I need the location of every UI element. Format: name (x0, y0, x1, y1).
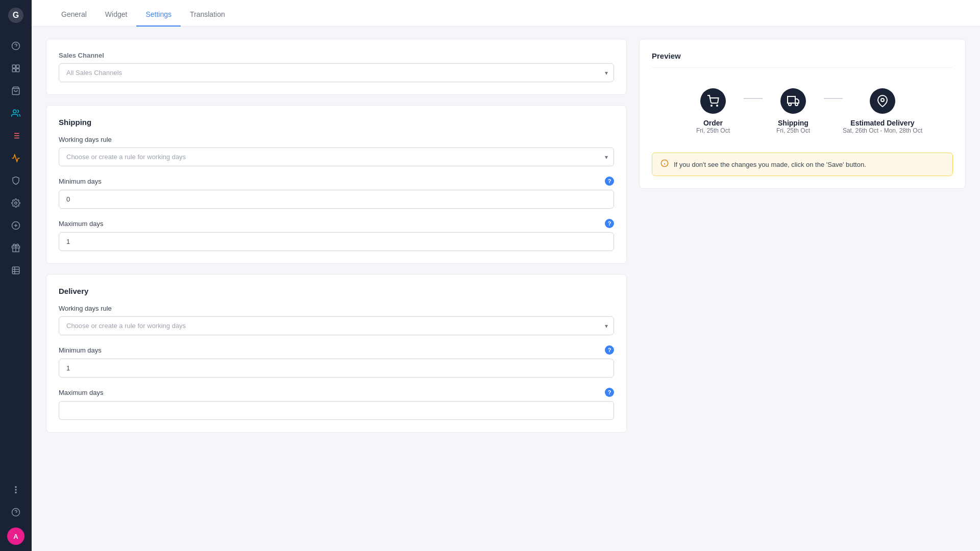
sidebar-shield-icon[interactable] (6, 171, 26, 190)
sidebar-help-icon[interactable] (6, 503, 26, 522)
tab-translation[interactable]: Translation (181, 3, 234, 27)
sidebar-list-icon[interactable] (6, 126, 26, 145)
svg-rect-22 (12, 267, 19, 274)
svg-point-37 (881, 98, 884, 102)
app-logo[interactable]: G (7, 6, 25, 24)
shipping-date: Fri, 25th Oct (776, 127, 810, 134)
main-content: General Widget Settings Translation Sale… (32, 0, 980, 551)
order-label: Order (703, 119, 723, 127)
estimated-delivery-label: Estimated Delivery (850, 119, 914, 127)
svg-rect-6 (12, 69, 15, 72)
shipping-min-days-label: Minimum days (59, 178, 102, 185)
content-layout: Sales Channel All Sales Channels Shippin… (32, 27, 980, 551)
shipping-max-days-label-row: Maximum days ? (59, 219, 614, 228)
delivery-title: Delivery (59, 287, 614, 295)
sidebar-question-icon[interactable] (6, 36, 26, 56)
left-panel: Sales Channel All Sales Channels Shippin… (46, 39, 627, 539)
shipping-card: Shipping Working days rule Choose or cre… (46, 105, 627, 264)
svg-point-26 (15, 486, 17, 488)
shipping-min-days-help-icon[interactable]: ? (605, 177, 614, 186)
sidebar-add-icon[interactable] (6, 216, 26, 235)
svg-rect-5 (16, 65, 19, 68)
delivery-min-days-group: Minimum days ? 1 (59, 345, 614, 378)
svg-rect-33 (788, 96, 795, 103)
shipping-working-days-label: Working days rule (59, 136, 614, 143)
sales-channel-card: Sales Channel All Sales Channels (46, 39, 627, 95)
svg-text:G: G (13, 11, 19, 19)
delivery-working-days-label: Working days rule (59, 305, 614, 312)
svg-point-28 (15, 492, 17, 494)
shipping-max-days-help-icon[interactable]: ? (605, 219, 614, 228)
preview-card: Preview Order Fri, 25th Oct (639, 39, 966, 189)
shipping-title: Shipping (59, 118, 614, 127)
svg-rect-7 (16, 69, 19, 72)
shipping-max-days-input[interactable]: 1 (59, 232, 614, 251)
estimated-delivery-date: Sat, 26th Oct - Mon, 28th Oct (843, 127, 922, 134)
delivery-min-days-label-row: Minimum days ? (59, 345, 614, 355)
delivery-max-days-input[interactable] (59, 401, 614, 420)
tab-widget[interactable]: Widget (96, 3, 137, 27)
tab-settings[interactable]: Settings (136, 3, 181, 27)
delivery-max-days-group: Maximum days ? (59, 388, 614, 420)
shipping-min-days-input[interactable]: 0 (59, 190, 614, 209)
shipping-max-days-label: Maximum days (59, 220, 103, 228)
svg-point-35 (789, 103, 791, 106)
delivery-icon (870, 88, 895, 114)
shipping-min-days-label-row: Minimum days ? (59, 177, 614, 186)
delivery-working-days-select-wrapper: Choose or create a rule for working days (59, 316, 614, 335)
delivery-min-days-input[interactable]: 1 (59, 359, 614, 378)
shipping-label: Shipping (778, 119, 808, 127)
delivery-min-days-label: Minimum days (59, 346, 102, 354)
sidebar-layers-icon[interactable] (6, 59, 26, 78)
info-banner: If you don't see the changes you made, c… (652, 153, 953, 176)
order-icon (700, 88, 726, 114)
sidebar-megaphone-icon[interactable] (6, 148, 26, 168)
shipping-max-days-group: Maximum days ? 1 (59, 219, 614, 251)
sales-channel-label: Sales Channel (59, 52, 614, 59)
timeline: Order Fri, 25th Oct Shi (652, 78, 953, 144)
svg-marker-34 (795, 99, 799, 103)
svg-point-9 (13, 110, 16, 113)
top-navigation: General Widget Settings Translation (32, 0, 980, 27)
info-banner-text: If you don't see the changes you made, c… (674, 161, 866, 168)
svg-point-32 (717, 105, 718, 106)
sidebar-table-icon[interactable] (6, 261, 26, 280)
delivery-max-days-help-icon[interactable]: ? (605, 388, 614, 397)
timeline-node-order: Order Fri, 25th Oct (682, 88, 744, 134)
right-panel: Preview Order Fri, 25th Oct (639, 39, 966, 539)
order-date: Fri, 25th Oct (696, 127, 730, 134)
preview-title: Preview (652, 52, 953, 68)
sales-channel-select[interactable]: All Sales Channels (59, 63, 614, 82)
sidebar-bag-icon[interactable] (6, 81, 26, 101)
shipping-working-days-select[interactable]: Choose or create a rule for working days (59, 147, 614, 166)
sidebar-settings-icon[interactable] (6, 193, 26, 213)
delivery-working-days-select[interactable]: Choose or create a rule for working days (59, 316, 614, 335)
timeline-line-1 (744, 98, 763, 99)
shipping-min-days-group: Minimum days ? 0 (59, 177, 614, 209)
sales-channel-select-wrapper: All Sales Channels (59, 63, 614, 82)
sidebar-dots-icon[interactable] (6, 480, 26, 499)
delivery-working-days-group: Working days rule Choose or create a rul… (59, 305, 614, 335)
svg-point-16 (15, 202, 17, 205)
shipping-working-days-group: Working days rule Choose or create a rul… (59, 136, 614, 166)
svg-point-36 (795, 103, 798, 106)
sidebar-gift-icon[interactable] (6, 238, 26, 258)
delivery-min-days-help-icon[interactable]: ? (605, 345, 614, 355)
delivery-max-days-label-row: Maximum days ? (59, 388, 614, 397)
user-avatar[interactable]: A (7, 528, 24, 545)
delivery-max-days-label: Maximum days (59, 389, 103, 396)
shipping-working-days-select-wrapper: Choose or create a rule for working days (59, 147, 614, 166)
svg-point-27 (15, 489, 17, 491)
sidebar: G A (0, 0, 32, 551)
delivery-card: Delivery Working days rule Choose or cre… (46, 274, 627, 433)
sidebar-users-icon[interactable] (6, 104, 26, 123)
info-icon (660, 159, 669, 169)
svg-rect-4 (12, 65, 15, 68)
timeline-line-2 (824, 98, 843, 99)
timeline-node-shipping: Shipping Fri, 25th Oct (763, 88, 824, 134)
svg-point-31 (711, 105, 712, 106)
tab-general[interactable]: General (52, 3, 96, 27)
timeline-node-delivery: Estimated Delivery Sat, 26th Oct - Mon, … (843, 88, 922, 134)
shipping-icon (780, 88, 806, 114)
